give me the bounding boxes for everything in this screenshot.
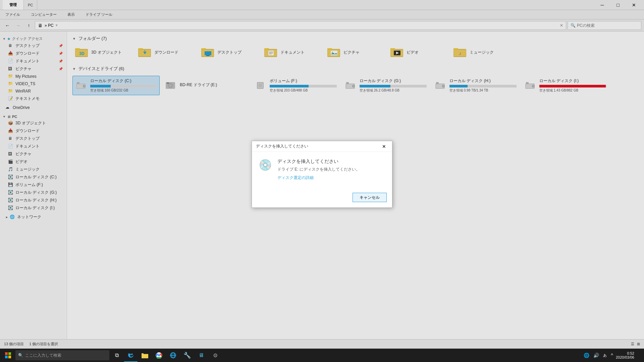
taskbar: 🔍 ここに入力して検索 ⧉ 🔧 🖥 ⚙	[0, 349, 644, 362]
dialog-link[interactable]: ディスク選定の詳細	[277, 175, 314, 180]
taskbar-app-remote[interactable]: 🖥	[195, 349, 208, 362]
dialog-text-area: ディスクを挿入してください ドライブ E: にディスクを挿入してください。 ディ…	[277, 159, 360, 181]
taskbar-app-settings[interactable]: ⚙	[209, 349, 222, 362]
taskbar-search-icon: 🔍	[18, 353, 23, 358]
dialog-content: 💿 ディスクを挿入してください ドライブ E: にディスクを挿入してください。 …	[252, 152, 392, 190]
taskbar-app-task-view[interactable]: ⧉	[110, 349, 123, 362]
svg-rect-64	[8, 356, 11, 358]
taskbar-wifi-icon[interactable]: 🌐	[582, 353, 591, 358]
taskbar-notify-icon[interactable]: ^	[609, 353, 614, 358]
disk-icon: 💿	[259, 159, 272, 171]
start-button[interactable]	[1, 349, 15, 362]
taskbar-clock[interactable]: 0:52 2020/03/06	[616, 351, 634, 359]
svg-rect-67	[142, 353, 144, 355]
svg-rect-62	[8, 352, 11, 355]
taskbar-app-unknown[interactable]: 🔧	[180, 349, 194, 362]
dialog-close-button[interactable]: ✕	[380, 142, 388, 150]
svg-rect-63	[5, 356, 8, 358]
taskbar-app-chrome[interactable]	[152, 349, 166, 362]
dialog-main-title: ディスクを挿入してください	[277, 159, 360, 165]
taskbar-speaker-icon[interactable]: 🔊	[592, 353, 600, 358]
taskbar-search-label: ここに入力して検索	[25, 353, 61, 358]
dialog-description: ドライブ E: にディスクを挿入してください。	[277, 167, 360, 172]
taskbar-app-explorer[interactable]	[138, 349, 152, 362]
svg-rect-68	[142, 355, 148, 358]
dialog-title: ディスクを挿入してください	[256, 143, 380, 149]
taskbar-right: 🌐 🔊 あ ^ 0:52 2020/03/06	[582, 351, 643, 359]
dialog-main-row: 💿 ディスクを挿入してください ドライブ E: にディスクを挿入してください。 …	[259, 159, 385, 181]
ie-icon	[170, 352, 176, 359]
explorer-icon	[142, 352, 148, 358]
dialog-titlebar: ディスクを挿入してください ✕	[252, 141, 392, 152]
dialog-buttons: キャンセル	[252, 190, 392, 206]
chrome-icon	[156, 352, 162, 359]
edge-icon	[127, 352, 134, 358]
taskbar-ime-icon[interactable]: あ	[602, 353, 608, 358]
svg-rect-61	[5, 352, 8, 355]
taskbar-app-edge[interactable]	[124, 349, 138, 362]
cancel-button[interactable]: キャンセル	[353, 193, 387, 202]
taskbar-search[interactable]: 🔍 ここに入力して検索	[15, 350, 109, 360]
dialog-overlay: ディスクを挿入してください ✕ 💿 ディスクを挿入してください ドライブ E: …	[0, 0, 644, 349]
taskbar-app-ie[interactable]	[166, 349, 180, 362]
windows-logo-icon	[5, 352, 11, 358]
svg-point-71	[158, 354, 160, 356]
insert-disk-dialog: ディスクを挿入してください ✕ 💿 ディスクを挿入してください ドライブ E: …	[252, 141, 392, 208]
